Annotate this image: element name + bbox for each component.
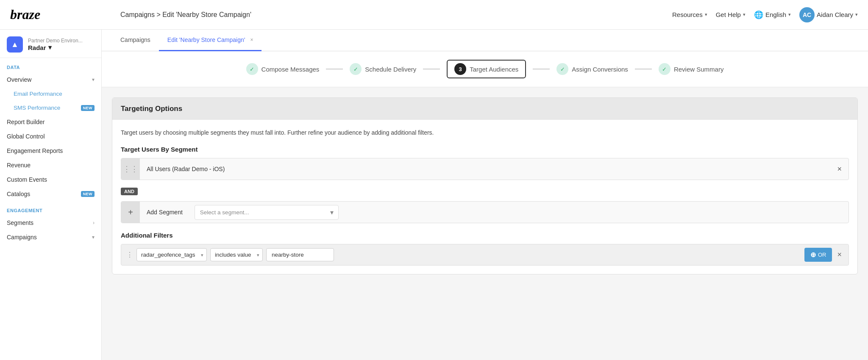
step-schedule-label: Schedule Delivery [365, 66, 416, 73]
language-menu[interactable]: 🌐 English ▾ [754, 10, 791, 19]
resources-label: Resources [672, 11, 703, 18]
add-segment-label: Add Segment [140, 209, 189, 216]
filter-drag-handle[interactable]: ⋮ [126, 251, 133, 259]
step-assign-label: Assign Conversions [572, 66, 628, 73]
step-target[interactable]: 3 Target Audiences [447, 60, 526, 78]
get-help-menu[interactable]: Get Help ▾ [716, 11, 746, 18]
global-control-label: Global Control [7, 133, 45, 140]
step-review-label: Review Summary [674, 66, 724, 73]
logo-area: braze [10, 7, 112, 22]
campaigns-chevron-icon: ▾ [92, 234, 95, 240]
catalogs-label: Catalogs [7, 191, 30, 197]
add-segment-plus-button[interactable]: + [121, 202, 140, 223]
steps-bar: ✓ Compose Messages ✓ Schedule Delivery 3… [102, 51, 868, 87]
catalogs-new-badge: NEW [81, 191, 95, 197]
segments-chevron-icon: › [93, 220, 95, 226]
segment-name-1: All Users (Radar Demo - iOS) [140, 166, 830, 172]
add-segment-row: + Add Segment Select a segment... [121, 201, 849, 223]
get-help-chevron-icon: ▾ [743, 12, 746, 17]
segment-drag-handle[interactable]: ⋮⋮ [121, 158, 140, 180]
targeting-card-header: Targeting Options [112, 98, 857, 120]
content-area: Campaigns Edit 'Nearby Store Campaign' ×… [102, 30, 868, 360]
step-divider-2 [423, 69, 440, 69]
filter-operator-select[interactable]: includes value [210, 248, 263, 261]
segment-remove-button[interactable]: × [830, 165, 849, 174]
sidebar-item-revenue[interactable]: Revenue [0, 158, 101, 172]
sidebar-item-email-performance[interactable]: Email Performance [0, 87, 101, 101]
main-layout: ▲ Partner Demo Environ... Radar ▾ DATA O… [0, 30, 868, 360]
sidebar-item-segments[interactable]: Segments › [0, 216, 101, 230]
or-button[interactable]: ⊕ OR [804, 248, 832, 262]
sidebar-env-info: Partner Demo Environ... Radar ▾ [28, 38, 83, 51]
step-schedule[interactable]: ✓ Schedule Delivery [350, 63, 416, 75]
avatar: AC [799, 7, 815, 22]
filter-operator-wrapper: includes value [210, 248, 263, 261]
sidebar-item-report-builder[interactable]: Report Builder [0, 115, 101, 129]
resources-menu[interactable]: Resources ▾ [672, 11, 707, 18]
sidebar-item-global-control[interactable]: Global Control [0, 129, 101, 144]
targeting-card-body: Target users by choosing multiple segmen… [112, 120, 857, 274]
filter-row-1: ⋮ radar_geofence_tags includes value [121, 244, 849, 266]
sidebar-item-catalogs[interactable]: Catalogs NEW [0, 187, 101, 201]
tab-campaigns[interactable]: Campaigns [112, 30, 159, 51]
segment-select-input[interactable]: Select a segment... [195, 205, 339, 220]
page-content: Targeting Options Target users by choosi… [102, 87, 868, 285]
filter-field-select[interactable]: radar_geofence_tags [136, 248, 207, 261]
breadcrumb: Campaigns > Edit 'Nearby Store Campaign' [112, 11, 672, 19]
step-divider-1 [326, 69, 343, 69]
sidebar-app-icon: ▲ [7, 36, 23, 53]
step-compose[interactable]: ✓ Compose Messages [246, 63, 320, 75]
sidebar: ▲ Partner Demo Environ... Radar ▾ DATA O… [0, 30, 102, 360]
report-builder-label: Report Builder [7, 119, 45, 125]
or-plus-icon: ⊕ [810, 251, 816, 259]
language-label: English [765, 11, 786, 18]
email-performance-label: Email Performance [14, 91, 62, 97]
tab-edit-campaign-label: Edit 'Nearby Store Campaign' [167, 36, 245, 43]
sidebar-env-label: Partner Demo Environ... [28, 38, 83, 44]
custom-events-label: Custom Events [7, 176, 47, 183]
sms-performance-label: SMS Performance [14, 105, 60, 111]
user-name: Aidan Cleary [817, 11, 853, 18]
or-label: OR [818, 252, 826, 258]
tab-close-icon[interactable]: × [250, 37, 253, 43]
sidebar-item-campaigns[interactable]: Campaigns ▾ [0, 230, 101, 244]
sidebar-section-data: DATA [0, 58, 101, 72]
sidebar-item-overview[interactable]: Overview ▾ [0, 72, 101, 87]
filter-value-input[interactable] [266, 248, 334, 261]
globe-icon: 🌐 [754, 10, 763, 19]
targeting-description: Target users by choosing multiple segmen… [121, 128, 849, 137]
overview-chevron-icon: ▾ [92, 77, 95, 83]
sidebar-item-engagement-reports[interactable]: Engagement Reports [0, 144, 101, 158]
step-assign[interactable]: ✓ Assign Conversions [556, 63, 628, 75]
segment-row-1: ⋮⋮ All Users (Radar Demo - iOS) × [121, 158, 849, 180]
user-menu[interactable]: AC Aidan Cleary ▾ [799, 7, 858, 22]
target-users-section-title: Target Users By Segment [121, 146, 849, 153]
step-compose-check-icon: ✓ [246, 63, 258, 75]
sidebar-env-name[interactable]: Radar ▾ [28, 44, 83, 51]
braze-logo: braze [10, 7, 40, 22]
sidebar-item-custom-events[interactable]: Custom Events [0, 172, 101, 187]
sidebar-overview-label: Overview [7, 76, 31, 83]
segment-select-wrapper: Select a segment... [189, 205, 849, 220]
step-target-number: 3 [454, 63, 466, 75]
step-review[interactable]: ✓ Review Summary [659, 63, 724, 75]
language-chevron-icon: ▾ [788, 12, 791, 17]
step-compose-label: Compose Messages [262, 66, 320, 73]
tab-edit-campaign[interactable]: Edit 'Nearby Store Campaign' × [159, 30, 262, 51]
get-help-label: Get Help [716, 11, 741, 18]
campaigns-label: Campaigns [7, 234, 37, 241]
resources-chevron-icon: ▾ [705, 12, 707, 17]
top-nav-actions: Resources ▾ Get Help ▾ 🌐 English ▾ AC Ai… [672, 7, 858, 22]
sms-new-badge: NEW [81, 105, 95, 111]
step-target-label: Target Audiences [470, 66, 518, 73]
step-schedule-check-icon: ✓ [350, 63, 362, 75]
step-assign-check-icon: ✓ [556, 63, 568, 75]
sidebar-header: ▲ Partner Demo Environ... Radar ▾ [0, 30, 101, 58]
step-divider-4 [635, 69, 652, 69]
sidebar-env-chevron-icon: ▾ [48, 44, 52, 51]
targeting-card: Targeting Options Target users by choosi… [112, 97, 858, 274]
tab-campaigns-label: Campaigns [120, 36, 150, 43]
revenue-label: Revenue [7, 162, 31, 169]
sidebar-item-sms-performance[interactable]: SMS Performance NEW [0, 101, 101, 115]
filter-remove-button[interactable]: × [835, 250, 843, 259]
